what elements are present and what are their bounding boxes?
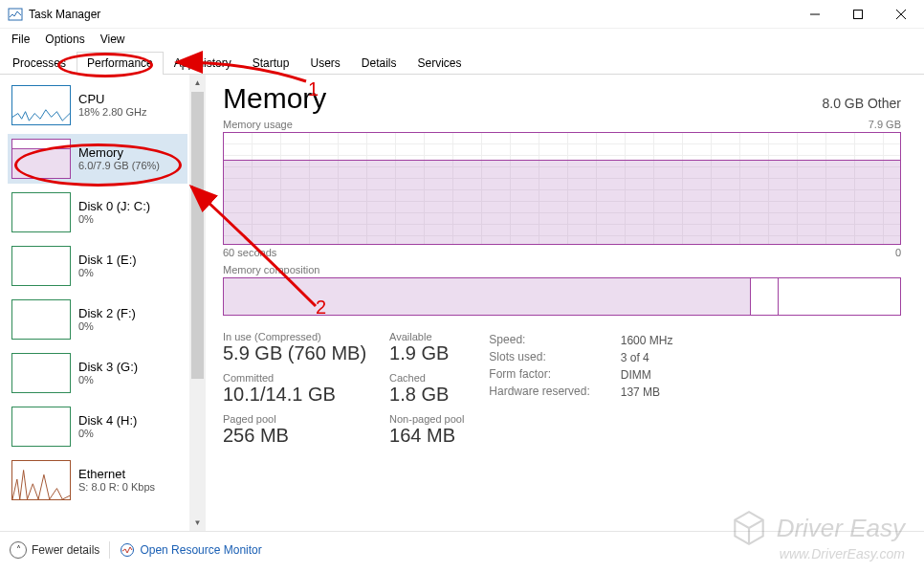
chart-time-left: 60 seconds xyxy=(223,247,276,258)
chart-usage-max: 7.9 GB xyxy=(869,119,901,130)
sidebar-item-memory[interactable]: Memory 6.0/7.9 GB (76%) xyxy=(8,134,187,184)
resmon-icon xyxy=(120,542,135,558)
speed-value: 1600 MHz xyxy=(621,333,673,348)
watermark: Driver Easy www.DriverEasy.com xyxy=(729,508,905,548)
nonpaged-label: Non-paged pool xyxy=(389,413,464,425)
menu-options[interactable]: Options xyxy=(37,31,92,48)
scroll-up-icon[interactable]: ▲ xyxy=(189,75,206,91)
window-title: Task Manager xyxy=(29,8,793,21)
tab-startup[interactable]: Startup xyxy=(242,52,300,75)
committed-label: Committed xyxy=(223,372,366,384)
tab-services[interactable]: Services xyxy=(407,52,473,75)
available-label: Available xyxy=(389,331,464,342)
sidebar-item-disk3[interactable]: Disk 3 (G:) 0% xyxy=(8,348,187,398)
memory-usage-chart[interactable] xyxy=(223,132,901,245)
chevron-up-icon: ˄ xyxy=(10,541,27,559)
cached-label: Cached xyxy=(389,372,464,384)
memory-thumb-icon xyxy=(11,139,71,179)
sidebar-disk0-sub: 0% xyxy=(78,213,150,225)
sidebar-cpu-name: CPU xyxy=(78,93,147,106)
menubar: File Options View xyxy=(0,29,924,50)
slots-label: Slots used: xyxy=(489,350,618,365)
svg-rect-5 xyxy=(12,149,70,178)
menu-view[interactable]: View xyxy=(93,31,133,48)
disk-thumb-icon xyxy=(11,246,71,286)
scrollbar-thumb[interactable] xyxy=(191,92,204,379)
sidebar-item-disk2[interactable]: Disk 2 (F:) 0% xyxy=(8,295,187,344)
minimize-button[interactable] xyxy=(793,1,836,28)
tabs: Processes Performance App history Startu… xyxy=(0,50,924,75)
disk-thumb-icon xyxy=(11,192,71,232)
chart-fill xyxy=(224,160,900,244)
titlebar: Task Manager xyxy=(0,0,924,29)
composition-label: Memory composition xyxy=(223,264,901,275)
tab-details[interactable]: Details xyxy=(351,52,407,75)
sidebar-disk2-name: Disk 2 (F:) xyxy=(78,307,136,320)
sidebar-disk3-sub: 0% xyxy=(78,374,138,385)
disk-thumb-icon xyxy=(11,407,71,447)
sidebar-ethernet-sub: S: 8.0 R: 0 Kbps xyxy=(78,481,155,493)
open-resource-monitor-link[interactable]: Open Resource Monitor xyxy=(120,542,261,558)
sidebar-disk1-name: Disk 1 (E:) xyxy=(78,253,137,267)
sidebar-cpu-sub: 18% 2.80 GHz xyxy=(78,106,147,118)
cpu-thumb-icon xyxy=(11,85,71,125)
comp-free-segment xyxy=(779,278,900,315)
sidebar-disk1-sub: 0% xyxy=(78,267,137,278)
taskmanager-icon xyxy=(8,7,23,22)
sidebar-disk4-sub: 0% xyxy=(78,428,137,439)
annotation-number-2: 2 xyxy=(316,297,326,319)
nonpaged-value: 164 MB xyxy=(389,425,464,447)
sidebar-item-cpu[interactable]: CPU 18% 2.80 GHz xyxy=(8,80,187,130)
scroll-down-icon[interactable]: ▼ xyxy=(189,515,206,531)
form-label: Form factor: xyxy=(489,367,618,383)
sidebar-ethernet-name: Ethernet xyxy=(78,468,155,481)
comp-inuse-segment xyxy=(224,278,751,315)
chart-usage-label: Memory usage xyxy=(223,119,293,130)
sidebar-scrollbar[interactable]: ▲ ▼ xyxy=(189,75,206,531)
sidebar-item-disk1[interactable]: Disk 1 (E:) 0% xyxy=(8,241,187,291)
close-button[interactable] xyxy=(879,1,922,28)
sidebar-item-disk0[interactable]: Disk 0 (J: C:) 0% xyxy=(8,187,187,237)
resmon-label: Open Resource Monitor xyxy=(140,543,261,557)
paged-value: 256 MB xyxy=(223,425,366,447)
available-value: 1.9 GB xyxy=(389,342,464,364)
main-content: CPU 18% 2.80 GHz Memory 6.0/7.9 GB (76%)… xyxy=(0,75,924,531)
sidebar: CPU 18% 2.80 GHz Memory 6.0/7.9 GB (76%)… xyxy=(0,75,189,531)
fewer-details-button[interactable]: ˄ Fewer details xyxy=(10,541,99,559)
tab-app-history[interactable]: App history xyxy=(164,52,242,75)
watermark-url: www.DriverEasy.com xyxy=(780,546,905,561)
speed-label: Speed: xyxy=(489,333,618,348)
sidebar-disk3-name: Disk 3 (G:) xyxy=(78,361,138,374)
inuse-value: 5.9 GB (760 MB) xyxy=(223,342,366,364)
tab-performance[interactable]: Performance xyxy=(77,52,164,75)
fewer-details-label: Fewer details xyxy=(32,543,99,557)
slots-value: 3 of 4 xyxy=(621,350,673,365)
comp-standby-segment xyxy=(751,278,778,315)
committed-value: 10.1/14.1 GB xyxy=(223,384,366,406)
annotation-number-1: 1 xyxy=(308,78,319,100)
sidebar-item-disk4[interactable]: Disk 4 (H:) 0% xyxy=(8,402,187,451)
sidebar-disk4-name: Disk 4 (H:) xyxy=(78,414,137,428)
sidebar-disk2-sub: 0% xyxy=(78,320,136,332)
maximize-button[interactable] xyxy=(836,1,879,28)
inuse-label: In use (Compressed) xyxy=(223,331,366,342)
cached-value: 1.8 GB xyxy=(389,384,464,406)
detail-panel: Memory 8.0 GB Other Memory usage 7.9 GB … xyxy=(206,75,924,531)
paged-label: Paged pool xyxy=(223,413,366,425)
form-value: DIMM xyxy=(621,367,673,383)
tab-processes[interactable]: Processes xyxy=(2,52,77,75)
hw-label: Hardware reserved: xyxy=(489,385,618,400)
sidebar-disk0-name: Disk 0 (J: C:) xyxy=(78,200,150,213)
ethernet-thumb-icon xyxy=(11,460,71,500)
disk-thumb-icon xyxy=(11,353,71,393)
separator xyxy=(109,541,110,559)
detail-total: 8.0 GB Other xyxy=(823,96,901,111)
menu-file[interactable]: File xyxy=(4,31,37,48)
watermark-brand: Driver Easy xyxy=(777,514,905,543)
sidebar-memory-name: Memory xyxy=(78,146,160,160)
chart-time-right: 0 xyxy=(895,247,901,258)
hardware-meta: Speed:1600 MHz Slots used:3 of 4 Form fa… xyxy=(487,331,674,402)
tab-users[interactable]: Users xyxy=(299,52,350,75)
sidebar-item-ethernet[interactable]: Ethernet S: 8.0 R: 0 Kbps xyxy=(8,455,187,505)
svg-rect-2 xyxy=(853,10,862,18)
